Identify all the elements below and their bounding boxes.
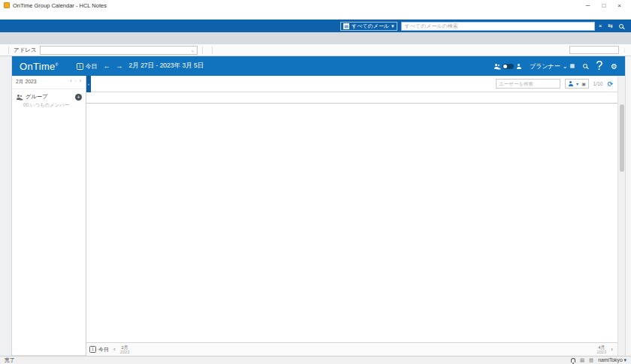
mail-icon: ▤ xyxy=(343,23,349,29)
panel-icon[interactable]: ▥ xyxy=(589,357,593,363)
group-icon xyxy=(16,95,23,100)
user-search-input[interactable] xyxy=(496,79,560,89)
groups-subtitle: 00.いつものメンバー xyxy=(12,102,86,111)
location-selector[interactable]: namiTokyo ▾ xyxy=(598,357,626,363)
scrollbar-thumb[interactable] xyxy=(620,104,624,172)
next-week-button[interactable]: → xyxy=(116,62,123,70)
user-filter-box[interactable]: ▾ ▣ xyxy=(565,79,589,89)
clear-search-icon[interactable]: × xyxy=(599,23,602,29)
date-range: 2月 27日 - 2023年 3月 5日 xyxy=(129,62,204,71)
hcl-notes-icon xyxy=(4,2,10,8)
sidebar: 2月 2023 ‹ · › グループ + 00.いつものメンバー xyxy=(12,76,86,356)
briefcase-icon: ▣ xyxy=(581,81,586,86)
calendar-main: ‹ ▾ ▣ 1/10 ⟳ xyxy=(86,76,617,356)
toolbar-input[interactable] xyxy=(569,46,619,54)
zoom-search-icon[interactable] xyxy=(583,64,587,68)
minimize-button[interactable]: ─ xyxy=(586,2,590,9)
mini-calendar-nav[interactable]: ‹ · › xyxy=(70,78,82,86)
filter-icon[interactable]: ⇆ xyxy=(608,23,613,29)
calendar-icon: 1 xyxy=(89,346,96,353)
nav-end-month: 4月 2023 xyxy=(596,345,606,354)
person-view-icon xyxy=(516,64,521,69)
person-icon xyxy=(568,81,573,86)
collapse-sidebar-handle[interactable]: ‹ xyxy=(86,76,91,92)
today-button[interactable]: 1 今日 xyxy=(77,62,98,71)
mail-search-input[interactable] xyxy=(401,22,595,31)
groups-header: グループ xyxy=(26,93,47,101)
calendar-icon: 1 xyxy=(77,63,83,70)
planner-dropdown[interactable]: プランナー⌄ ▦ xyxy=(530,62,575,71)
close-button[interactable]: × xyxy=(617,2,621,9)
group-view-icon xyxy=(494,64,500,69)
toggle-switch xyxy=(503,64,514,69)
nav-prev-icon[interactable]: ‹ xyxy=(113,346,116,353)
search-band: ▤ すべてのメール ▾ × ⇆ xyxy=(0,20,631,32)
refresh-icon[interactable]: ⟳ xyxy=(607,80,613,88)
view-toggle[interactable] xyxy=(494,64,521,69)
panel-icon[interactable]: ▤ xyxy=(580,357,584,363)
date-navigator: 1 今日 ‹ 2月 2023 4月 2023 › xyxy=(86,342,617,356)
add-group-button[interactable]: + xyxy=(75,94,82,101)
ontime-header: OnTime® 1 今日 ← → 2月 27日 - 2023年 3月 5日 プラ… xyxy=(12,56,625,76)
mail-scope-dropdown[interactable]: ▤ すべてのメール ▾ xyxy=(340,22,397,31)
settings-gear-icon[interactable]: ⚙ xyxy=(611,62,617,71)
search-icon[interactable] xyxy=(619,24,623,29)
ontime-logo: OnTime® xyxy=(20,61,59,72)
toolbar: アドレス ⌄ ⋮ xyxy=(0,44,631,56)
nav-today-button[interactable]: 1 今日 xyxy=(89,346,109,353)
nav-start-month: 2月 2023 xyxy=(120,345,130,354)
status-bar: 完了 ▤ ▥ namiTokyo ▾ xyxy=(0,356,631,364)
bookmark-rail xyxy=(0,56,12,356)
planner-grid-icon: ▦ xyxy=(570,63,575,69)
right-panel-rail xyxy=(625,56,631,356)
maximize-button[interactable]: □ xyxy=(602,2,605,9)
calendar-rows xyxy=(86,104,617,342)
mini-calendar-month: 2月 2023 xyxy=(16,78,37,86)
menu-bar xyxy=(0,11,631,20)
address-combobox[interactable]: ⌄ xyxy=(40,46,198,55)
mini-calendar: 2月 2023 ‹ · › xyxy=(12,76,86,89)
status-text: 完了 xyxy=(5,356,15,364)
window-title: OnTime Group Calendar - HCL Notes xyxy=(13,2,107,9)
help-button[interactable]: ? xyxy=(596,59,602,73)
action-bar: ‹ ▾ ▣ 1/10 ⟳ xyxy=(86,76,617,92)
more-tools-icon[interactable]: ⋮ xyxy=(622,47,628,53)
page-counter: 1/10 xyxy=(593,81,603,86)
nav-next-icon[interactable]: › xyxy=(611,346,613,353)
address-label: アドレス xyxy=(14,47,37,54)
tab-bar xyxy=(0,32,631,44)
mail-scope-label: すべてのメール xyxy=(352,23,389,30)
groups-panel: グループ + 00.いつものメンバー xyxy=(12,89,86,111)
notes-window: OnTime Group Calendar - HCL Notes ─ □ × … xyxy=(0,0,631,364)
alarm-bell-icon[interactable] xyxy=(571,358,575,362)
vertical-scrollbar[interactable] xyxy=(617,76,625,356)
day-header-row xyxy=(86,92,617,104)
title-bar: OnTime Group Calendar - HCL Notes ─ □ × xyxy=(0,0,631,11)
prev-week-button[interactable]: ← xyxy=(104,62,110,70)
